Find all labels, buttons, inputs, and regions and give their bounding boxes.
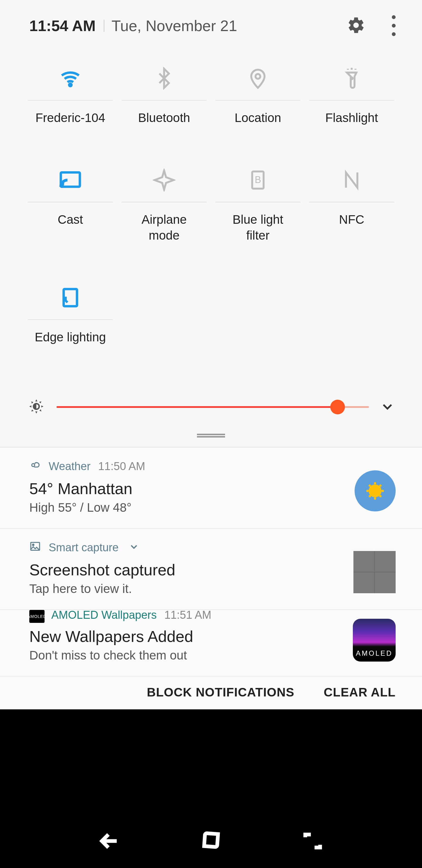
qs-tile-bluetooth[interactable]: Bluetooth [122, 57, 206, 126]
qs-label: Blue light filter [233, 212, 283, 244]
amoled-thumbnail: AMOLED [353, 619, 396, 661]
sun-icon [355, 470, 396, 512]
blank-area [0, 709, 422, 815]
edge-icon [28, 276, 113, 320]
brightness-row [0, 398, 422, 416]
more-icon[interactable] [392, 15, 396, 36]
notification-title: Screenshot captured [29, 561, 396, 579]
qs-label: Airplane mode [141, 212, 187, 244]
qs-tile-location[interactable]: Location [216, 57, 300, 126]
block-notifications-button[interactable]: BLOCK NOTIFICATIONS [147, 685, 294, 700]
notification-footer: BLOCK NOTIFICATIONS CLEAR ALL [0, 677, 422, 709]
gear-icon[interactable] [347, 16, 365, 36]
weather-app-icon [29, 459, 41, 473]
notification-app-name: Weather [48, 460, 91, 473]
notification-app-name: AMOLED Wallpapers [51, 609, 157, 621]
header-divider [104, 20, 104, 32]
screenshot-thumbnail [353, 551, 396, 593]
wifi-icon [28, 57, 113, 101]
qs-tile-edge[interactable]: Edge lighting [28, 276, 113, 345]
brightness-slider[interactable] [57, 400, 369, 414]
clock-time: 11:54 AM [29, 17, 96, 35]
qs-label: Flashlight [325, 110, 378, 126]
svg-point-0 [69, 84, 71, 86]
notification-screenshot[interactable]: Smart capture Screenshot captured Tap he… [0, 529, 422, 610]
qs-label: Frederic-104 [35, 110, 105, 126]
notification-title: 54° Manhattan [29, 479, 396, 498]
qs-tile-bluelight[interactable]: BBlue light filter [216, 158, 300, 244]
recents-icon[interactable] [301, 830, 324, 853]
svg-point-4 [61, 185, 63, 187]
qs-tile-flashlight[interactable]: Flashlight [309, 57, 394, 126]
notification-time: 11:51 AM [164, 609, 212, 621]
notification-title: New Wallpapers Added [29, 627, 396, 645]
back-icon[interactable] [98, 830, 121, 853]
brightness-icon [28, 398, 45, 416]
qs-label: Bluetooth [138, 110, 190, 126]
svg-point-10 [33, 544, 34, 546]
notification-text: Don't miss to check them out [29, 648, 396, 662]
qs-tile-cast[interactable]: Cast [28, 158, 113, 244]
qs-label: Edge lighting [35, 329, 106, 345]
qs-tile-airplane[interactable]: Airplane mode [122, 158, 206, 244]
amoled-app-icon: AMOLED [29, 610, 44, 623]
cast-icon [28, 158, 113, 202]
svg-point-1 [256, 74, 260, 79]
clock-date: Tue, November 21 [111, 17, 237, 35]
svg-point-8 [32, 464, 35, 467]
bluetooth-icon [122, 57, 206, 101]
notification-weather[interactable]: Weather 11:50 AM 54° Manhattan High 55° … [0, 447, 422, 529]
quick-settings-grid: Frederic-104BluetoothLocationFlashlightC… [0, 39, 422, 345]
notification-amoled[interactable]: AMOLED AMOLED Wallpapers 11:51 AM New Wa… [0, 610, 422, 677]
nfc-icon [309, 158, 394, 202]
svg-point-2 [351, 78, 353, 80]
qs-label: Cast [58, 212, 83, 228]
navigation-bar [0, 815, 422, 868]
bluelight-icon: B [216, 158, 300, 202]
chevron-down-icon[interactable] [381, 400, 394, 414]
notification-text: Tap here to view it. [29, 582, 396, 596]
airplane-icon [122, 158, 206, 202]
status-header: 11:54 AM Tue, November 21 [0, 0, 422, 39]
location-icon [216, 57, 300, 101]
chevron-down-icon[interactable] [129, 541, 139, 554]
qs-label: Location [235, 110, 281, 126]
notification-text: High 55° / Low 48° [29, 501, 396, 515]
qs-tile-nfc[interactable]: NFC [309, 158, 394, 244]
svg-text:B: B [255, 174, 261, 185]
gallery-icon [29, 540, 41, 555]
notification-list: Weather 11:50 AM 54° Manhattan High 55° … [0, 447, 422, 677]
home-icon[interactable] [200, 830, 222, 853]
qs-tile-wifi[interactable]: Frederic-104 [28, 57, 113, 126]
qs-label: NFC [339, 212, 364, 228]
notification-time: 11:50 AM [98, 460, 145, 473]
notification-app-name: Smart capture [48, 541, 119, 554]
flashlight-icon [309, 57, 394, 101]
panel-handle[interactable] [197, 434, 225, 435]
clear-all-button[interactable]: CLEAR ALL [324, 685, 396, 700]
